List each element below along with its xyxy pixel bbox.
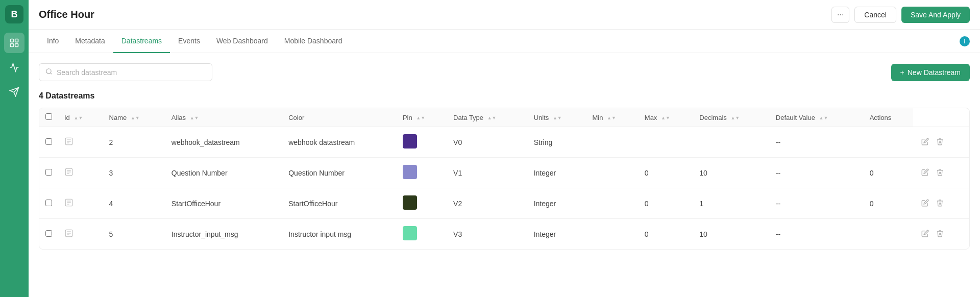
delete-button[interactable] <box>934 166 946 180</box>
table-header-row: Id ▲▼ Name ▲▼ Alias ▲▼ Color Pin ▲▼ Data… <box>39 108 969 127</box>
row-max <box>693 127 770 158</box>
svg-rect-2 <box>11 44 14 47</box>
row-data-type: String <box>528 127 586 158</box>
tab-right-icon: i <box>960 36 970 46</box>
row-actions-cell <box>913 219 970 250</box>
new-datastream-button[interactable]: + New Datastream <box>891 64 970 81</box>
row-color[interactable] <box>397 188 447 219</box>
table-row: 2 webhook_datastream webhook datastream … <box>39 127 969 158</box>
col-header-default-value[interactable]: Default Value ▲▼ <box>770 108 864 127</box>
sidebar-item-send[interactable] <box>4 82 24 102</box>
svg-rect-1 <box>15 39 18 42</box>
row-id: 5 <box>103 219 165 250</box>
row-checkbox-cell[interactable] <box>39 188 58 219</box>
row-icon-cell <box>58 188 103 219</box>
row-max: 1 <box>693 188 770 219</box>
col-header-id[interactable]: Id ▲▼ <box>58 108 103 127</box>
sidebar: B <box>0 0 29 297</box>
col-header-alias[interactable]: Alias ▲▼ <box>165 108 282 127</box>
tab-info[interactable]: Info <box>39 30 67 53</box>
row-checkbox-cell[interactable] <box>39 127 58 158</box>
row-data-type: Integer <box>528 188 586 219</box>
row-actions-cell <box>913 158 970 188</box>
row-name: webhook_datastream <box>165 127 282 158</box>
row-units <box>586 127 639 158</box>
delete-button[interactable] <box>934 197 946 210</box>
tab-metadata[interactable]: Metadata <box>67 30 113 53</box>
save-apply-button[interactable]: Save And Apply <box>901 7 970 23</box>
main-content: Office Hour ··· Cancel Save And Apply In… <box>29 0 980 297</box>
plus-icon: + <box>900 68 904 77</box>
svg-rect-3 <box>15 44 18 47</box>
select-all-header[interactable] <box>39 108 58 127</box>
row-default-value <box>864 219 913 250</box>
row-color[interactable] <box>397 127 447 158</box>
sidebar-item-apps[interactable] <box>4 33 24 53</box>
table-row: 5 Instructor_input_msg Instructor input … <box>39 219 969 250</box>
row-name: Question Number <box>165 158 282 188</box>
row-checkbox[interactable] <box>45 138 52 145</box>
table-row: 3 Question Number Question Number V1 Int… <box>39 158 969 188</box>
delete-button[interactable] <box>934 228 946 241</box>
col-header-decimals[interactable]: Decimals ▲▼ <box>693 108 770 127</box>
row-id: 4 <box>103 188 165 219</box>
col-header-units[interactable]: Units ▲▼ <box>528 108 586 127</box>
more-button[interactable]: ··· <box>831 7 849 23</box>
tab-events[interactable]: Events <box>170 30 208 53</box>
edit-button[interactable] <box>919 228 931 241</box>
col-header-color: Color <box>282 108 397 127</box>
select-all-checkbox[interactable] <box>45 113 52 120</box>
row-alias: Question Number <box>282 158 397 188</box>
row-checkbox[interactable] <box>45 230 52 237</box>
col-header-data-type[interactable]: Data Type ▲▼ <box>447 108 528 127</box>
row-checkbox-cell[interactable] <box>39 158 58 188</box>
row-alias: webhook datastream <box>282 127 397 158</box>
row-icon-cell <box>58 219 103 250</box>
col-header-max[interactable]: Max ▲▼ <box>639 108 694 127</box>
col-header-name[interactable]: Name ▲▼ <box>103 108 165 127</box>
row-min: 0 <box>639 188 694 219</box>
tab-datastreams[interactable]: Datastreams <box>113 30 170 53</box>
row-decimals: -- <box>770 158 864 188</box>
row-decimals: -- <box>770 219 864 250</box>
row-color[interactable] <box>397 158 447 188</box>
row-id: 2 <box>103 127 165 158</box>
col-header-actions: Actions <box>864 108 913 127</box>
row-actions-cell <box>913 127 970 158</box>
col-header-min[interactable]: Min ▲▼ <box>586 108 639 127</box>
sidebar-item-analytics[interactable] <box>4 57 24 78</box>
row-units <box>586 158 639 188</box>
row-pin: V0 <box>447 127 528 158</box>
row-max: 10 <box>693 158 770 188</box>
row-alias: StartOfficeHour <box>282 188 397 219</box>
new-datastream-label: New Datastream <box>908 68 961 77</box>
row-color[interactable] <box>397 219 447 250</box>
search-input[interactable] <box>57 68 206 77</box>
tab-mobile-dashboard[interactable]: Mobile Dashboard <box>276 30 351 53</box>
content-area: + New Datastream 4 Datastreams Id ▲▼ <box>29 53 980 297</box>
row-alias: Instructor input msg <box>282 219 397 250</box>
edit-button[interactable] <box>919 166 931 180</box>
tabs-bar: Info Metadata Datastreams Events Web Das… <box>29 30 980 53</box>
top-header: Office Hour ··· Cancel Save And Apply <box>29 0 980 30</box>
row-decimals: -- <box>770 127 864 158</box>
datastream-count: 4 Datastreams <box>39 91 970 101</box>
svg-rect-0 <box>11 39 14 42</box>
row-units <box>586 188 639 219</box>
row-checkbox[interactable] <box>45 200 52 206</box>
row-pin: V2 <box>447 188 528 219</box>
cancel-button[interactable]: Cancel <box>854 7 896 23</box>
tab-web-dashboard[interactable]: Web Dashboard <box>208 30 276 53</box>
edit-button[interactable] <box>919 197 931 210</box>
header-actions: ··· Cancel Save And Apply <box>831 7 970 23</box>
app-logo[interactable]: B <box>5 5 23 23</box>
row-checkbox-cell[interactable] <box>39 219 58 250</box>
delete-button[interactable] <box>934 136 946 149</box>
row-default-value <box>864 127 913 158</box>
row-icon-cell <box>58 158 103 188</box>
row-units <box>586 219 639 250</box>
search-box[interactable] <box>39 63 212 81</box>
row-checkbox[interactable] <box>45 169 52 176</box>
col-header-pin[interactable]: Pin ▲▼ <box>397 108 447 127</box>
edit-button[interactable] <box>919 136 931 149</box>
